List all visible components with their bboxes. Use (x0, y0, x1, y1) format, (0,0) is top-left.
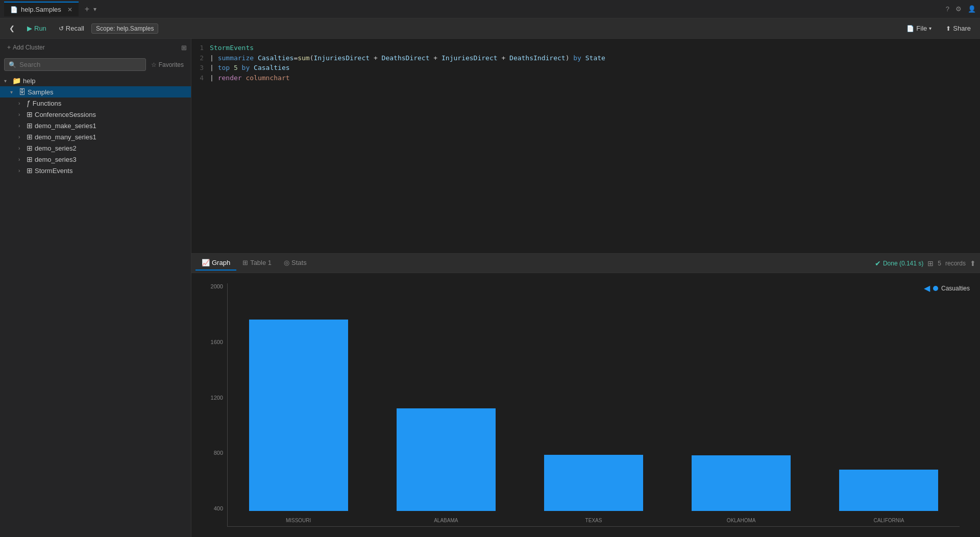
tree-type-icon: ⊞ (27, 144, 33, 152)
tab-label: help.Samples (21, 6, 61, 13)
run-button[interactable]: ▶ Run (22, 22, 52, 34)
bar-group[interactable]: CALIFORNIA (818, 283, 960, 511)
search-area: 🔍 ☆ Favorites (0, 56, 191, 73)
tab-label: Table 1 (250, 259, 272, 266)
favorites-button[interactable]: ☆ Favorites (148, 59, 187, 70)
editor-area: 1 StormEvents 2 | summarize Casalties=su… (191, 39, 980, 537)
settings-icon[interactable]: ⚙ (955, 5, 962, 13)
export-icon[interactable]: ⬆ (970, 259, 976, 267)
chart-area: ◀ Casualties 200016001200800400 MISSOURI… (191, 273, 980, 537)
file-chevron-icon: ▾ (929, 26, 932, 31)
chevron-icon: ▾ (10, 89, 16, 95)
result-tab-table1[interactable]: ⊞ Table 1 (236, 256, 278, 271)
done-text: Done (0.141 s) (883, 260, 923, 267)
sidebar-item-confsessions[interactable]: › ⊞ ConferenceSessions (0, 109, 191, 120)
sidebar-item-stormevents[interactable]: › ⊞ StormEvents (0, 165, 191, 176)
chart-bar[interactable] (839, 470, 938, 511)
file-button[interactable]: 📄 File ▾ (901, 22, 937, 34)
add-cluster-button[interactable]: + Add Cluster (4, 42, 48, 53)
bar-group[interactable]: OKLAHOMA (671, 283, 812, 511)
bar-group[interactable]: TEXAS (523, 283, 664, 511)
results-tabs: 📈 Graph⊞ Table 1◎ Stats ✔ Done (0.141 s)… (191, 254, 980, 273)
code-content: StormEvents (210, 43, 980, 53)
sidebar-item-demo_make_series1[interactable]: › ⊞ demo_make_series1 (0, 120, 191, 131)
tree-type-icon: ⊞ (27, 155, 33, 163)
sidebar-header: + Add Cluster ⊞ (0, 39, 191, 56)
tab-close-button[interactable]: ✕ (67, 6, 72, 13)
scope-badge: Scope: help.Samples (91, 23, 158, 34)
help-icon[interactable]: ? (946, 5, 949, 13)
chart-bar[interactable] (544, 455, 643, 511)
tab-title[interactable]: 📄 help.Samples ✕ (4, 2, 79, 16)
bar-label: TEXAS (523, 518, 664, 523)
tab-icon: 📈 (202, 259, 210, 266)
code-content: | top 5 by Casalties (210, 63, 980, 73)
tree-type-icon: ⊞ (27, 121, 33, 130)
results-area: 📈 Graph⊞ Table 1◎ Stats ✔ Done (0.141 s)… (191, 253, 980, 537)
result-tab-stats[interactable]: ◎ Stats (278, 256, 313, 271)
code-editor[interactable]: 1 StormEvents 2 | summarize Casalties=su… (191, 39, 980, 253)
actionbar: ❮ ▶ Run ↺ Recall Scope: help.Samples 📄 F… (0, 18, 980, 39)
sidebar-item-demo_series3[interactable]: › ⊞ demo_series3 (0, 154, 191, 165)
tab-label: Stats (291, 259, 307, 266)
code-token: by (238, 64, 254, 71)
code-token: Casalties (258, 54, 293, 62)
code-token: summarize (218, 54, 258, 62)
sidebar-item-demo_many_series1[interactable]: › ⊞ demo_many_series1 (0, 131, 191, 142)
code-token: columnchart (246, 74, 289, 82)
code-token: State (585, 54, 605, 62)
code-token: + (498, 54, 509, 62)
topbar: 📄 help.Samples ✕ + ▾ ? ⚙ 👤 (0, 0, 980, 18)
bar-group[interactable]: MISSOURI (228, 283, 369, 511)
recall-icon: ↺ (59, 25, 64, 32)
sidebar-item-samples[interactable]: ▾ 🗄 Samples (0, 86, 191, 97)
chevron-icon: › (18, 123, 24, 129)
sidebar-item-help[interactable]: ▾ 📁 help (0, 75, 191, 86)
tree-item-label: demo_series2 (35, 144, 77, 152)
new-tab-button[interactable]: + (85, 5, 89, 14)
sidebar-item-functions[interactable]: › ƒ Functions (0, 97, 191, 109)
code-token: top (218, 64, 234, 71)
tree: ▾ 📁 help ▾ 🗄 Samples › ƒ Functions › ⊞ C… (0, 73, 191, 537)
chevron-icon: › (18, 112, 24, 117)
tab-icon: 📄 (10, 6, 18, 13)
search-box[interactable]: 🔍 (4, 58, 146, 71)
y-axis: 200016001200800400 (202, 283, 227, 527)
add-cluster-label: Add Cluster (13, 44, 45, 51)
line-number: 2 (191, 53, 210, 63)
chevron-icon: › (18, 145, 24, 151)
bar-label: OKLAHOMA (671, 518, 812, 523)
code-token: | (210, 64, 218, 71)
code-token: Casalties (254, 64, 289, 71)
code-token: InjuriesDirect (442, 54, 498, 62)
tree-type-icon: 🗄 (18, 88, 26, 96)
result-tab-graph[interactable]: 📈 Graph (195, 256, 236, 271)
nav-left-button[interactable]: ❮ (4, 22, 20, 34)
recall-button[interactable]: ↺ Recall (54, 22, 89, 34)
code-token: InjuriesDirect (314, 54, 370, 62)
tab-label: Graph (212, 259, 230, 266)
chart-bar[interactable] (249, 320, 348, 511)
main: + Add Cluster ⊞ 🔍 ☆ Favorites ▾ 📁 help ▾… (0, 39, 980, 537)
share-label: Share (953, 25, 971, 32)
code-line-1: 1 StormEvents (191, 43, 980, 53)
code-content: | render columnchart (210, 73, 980, 83)
chevron-icon: › (18, 168, 24, 174)
chart-bar[interactable] (397, 408, 496, 511)
code-line-2: 2 | summarize Casalties=sum(InjuriesDire… (191, 53, 980, 63)
account-icon[interactable]: 👤 (968, 5, 976, 13)
chart-bar[interactable] (692, 455, 791, 511)
tree-item-label: ConferenceSessions (35, 111, 96, 118)
search-input[interactable] (19, 61, 141, 68)
tree-item-label: help (23, 77, 36, 85)
y-axis-label: 2000 (202, 283, 223, 289)
code-token: + (430, 54, 442, 62)
share-button[interactable]: ⬆ Share (941, 22, 976, 34)
tab-dropdown-button[interactable]: ▾ (93, 6, 96, 13)
tree-type-icon: 📁 (12, 77, 21, 85)
bar-group[interactable]: ALABAMA (375, 283, 517, 511)
code-content: | summarize Casalties=sum(InjuriesDirect… (210, 53, 980, 63)
tree-type-icon: ⊞ (27, 166, 33, 175)
sidebar-item-demo_series2[interactable]: › ⊞ demo_series2 (0, 142, 191, 154)
y-axis-label: 1200 (202, 395, 223, 401)
